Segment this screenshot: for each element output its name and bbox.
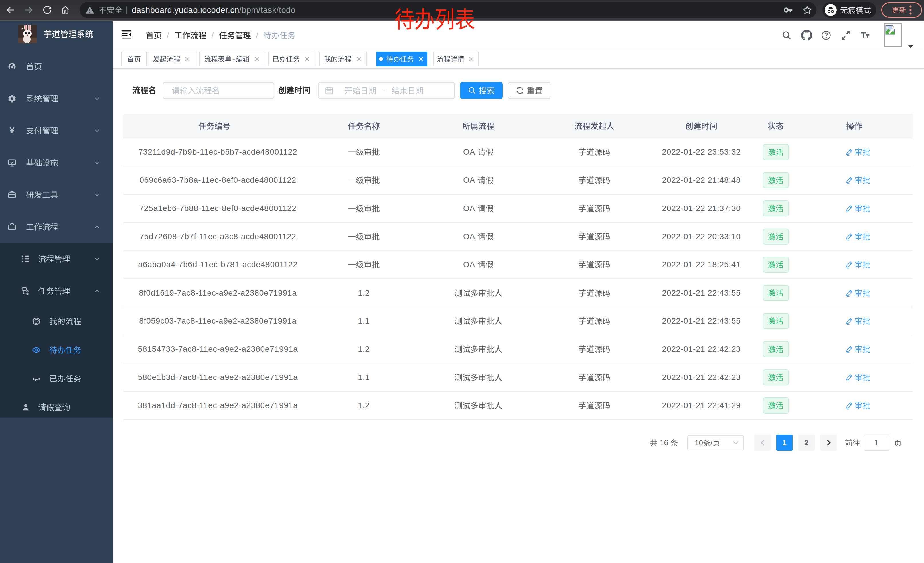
svg-text:¥: ¥ (10, 126, 15, 135)
